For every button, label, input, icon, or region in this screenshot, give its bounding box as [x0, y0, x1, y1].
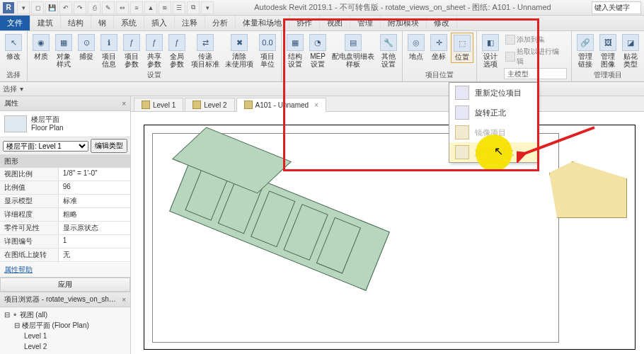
- more-icon[interactable]: ▾: [201, 1, 214, 14]
- manage-links-button[interactable]: 🔗管理 链接: [575, 33, 596, 69]
- rotate-project-icon: [455, 145, 469, 159]
- mep-icon: ◔: [309, 34, 326, 51]
- apply-button[interactable]: 应用: [0, 278, 130, 292]
- location-button[interactable]: ◎地点: [406, 33, 427, 62]
- ribbon-group-design-options: ◧设计 选项 添加到集 拾取以进行编辑 主模型 设计选项: [477, 31, 572, 81]
- properties-header[interactable]: 属性 ×: [0, 96, 130, 111]
- browser-header[interactable]: 项目浏览器 - rotate_views_on_sh… ×: [0, 292, 130, 307]
- manage-images-button[interactable]: 🖼管理 图像: [597, 33, 619, 69]
- transfer-standards-button[interactable]: ⇄传递 项目标准: [189, 33, 222, 69]
- title-bar: R ▾ ◻ 💾 ↶ ↷ ⎙ ✎ ⇔ ≡ ▲ ≋ ☰ ⧉ ▾ Autodesk R…: [0, 0, 644, 16]
- view-tab-level2[interactable]: Level 2: [185, 98, 234, 111]
- close-icon[interactable]: ×: [122, 296, 126, 304]
- ribbon-tabs: 文件 建筑 结构 钢 系统 插入 注释 分析 体量和场地 协作 视图 管理 附加…: [0, 16, 644, 31]
- placed-view-small[interactable]: [549, 161, 627, 218]
- global-params-button[interactable]: ƒ全局 参数: [166, 33, 188, 69]
- close-tab-icon[interactable]: ×: [314, 101, 318, 109]
- design-options-button[interactable]: ◧设计 选项: [480, 33, 501, 69]
- project-params-button[interactable]: ƒ项目 参数: [121, 33, 142, 69]
- position-button[interactable]: ⬚位置: [451, 33, 473, 63]
- links-icon: 🔗: [577, 34, 594, 51]
- tab-view[interactable]: 视图: [320, 16, 350, 30]
- tab-addins[interactable]: 附加模块: [381, 16, 427, 30]
- tab-annotate[interactable]: 注释: [175, 16, 205, 30]
- view-icon: [192, 101, 201, 109]
- print-icon[interactable]: ⎙: [88, 1, 100, 14]
- instance-filter-select[interactable]: 楼层平面: Level 1: [3, 141, 88, 152]
- view-tab-level1[interactable]: Level 1: [134, 98, 183, 111]
- snap-button[interactable]: ⊙捕捉: [76, 33, 97, 62]
- project-browser: 项目浏览器 - rotate_views_on_sh… × ⊟ ⚬ 视图 (al…: [0, 292, 130, 354]
- tab-file[interactable]: 文件: [0, 16, 30, 30]
- location-icon: ◎: [408, 34, 425, 51]
- open-file-icon[interactable]: ◻: [31, 1, 44, 14]
- tab-insert[interactable]: 插入: [144, 16, 175, 30]
- sheet-icon: [244, 101, 253, 109]
- tree-views[interactable]: ⊟ ⚬ 视图 (all): [4, 309, 126, 320]
- add-to-set-button: 添加到集: [504, 34, 567, 45]
- decal-icon: ◪: [622, 34, 639, 51]
- align-icon[interactable]: ⇔: [116, 1, 129, 14]
- open-icon[interactable]: ▾: [17, 1, 30, 14]
- detail-number-value[interactable]: 1: [59, 235, 130, 248]
- mep-settings-button[interactable]: ◔MEP 设置: [307, 33, 328, 69]
- type-selector[interactable]: 楼层平面 Floor Plan: [0, 111, 130, 137]
- object-styles-icon: ▦: [55, 34, 72, 51]
- modify-button[interactable]: ↖ 修改: [3, 33, 24, 62]
- struct-icon: ▦: [287, 34, 304, 51]
- close-hidden-icon[interactable]: ☰: [173, 1, 185, 14]
- dd-relocate-project[interactable]: 重新定位项目: [449, 83, 537, 103]
- project-info-button[interactable]: ℹ项目 信息: [98, 33, 120, 69]
- view-scale-value[interactable]: 1/8" = 1'-0": [59, 168, 130, 181]
- purge-button[interactable]: ✖清除 未使用项: [223, 33, 255, 69]
- view-icon: [142, 101, 150, 109]
- tab-collaborate[interactable]: 协作: [289, 16, 320, 30]
- tree-level1[interactable]: Level 1: [24, 331, 126, 341]
- shared-params-button[interactable]: ƒ共享 参数: [144, 33, 165, 69]
- edit-type-button[interactable]: 编辑类型: [91, 139, 127, 153]
- options-bar-selector[interactable]: 选择: [3, 84, 17, 94]
- view-tab-sheet[interactable]: A101 - Unnamed×: [236, 98, 326, 112]
- object-styles-button[interactable]: ▦对象 样式: [53, 33, 74, 69]
- search-help-input[interactable]: 键入关键字: [592, 1, 641, 14]
- struct-settings-button[interactable]: ▦结构 设置: [284, 33, 306, 69]
- coordinates-button[interactable]: ✛坐标: [428, 33, 449, 62]
- dd-rotate-true-north[interactable]: 旋转正北: [449, 103, 537, 122]
- undo-icon[interactable]: ↶: [59, 1, 72, 14]
- properties-help-link[interactable]: 属性帮助: [0, 263, 130, 277]
- tree-level2[interactable]: Level 2: [24, 341, 126, 352]
- measure-icon[interactable]: ✎: [102, 1, 115, 14]
- tree-floor-plans[interactable]: ⊟ 楼层平面 (Floor Plan): [14, 320, 126, 331]
- materials-button[interactable]: ◉材质: [30, 33, 52, 62]
- other-settings-button[interactable]: 🔧其他 设置: [378, 33, 399, 69]
- tab-architecture[interactable]: 建筑: [30, 16, 61, 30]
- tab-analyze[interactable]: 分析: [205, 16, 236, 30]
- images-icon: 🖼: [599, 34, 616, 51]
- rotation-on-sheet-value[interactable]: 无: [59, 249, 130, 261]
- tab-steel[interactable]: 钢: [91, 16, 114, 30]
- chevron-down-icon[interactable]: ▾: [20, 85, 23, 93]
- tab-modify[interactable]: 修改: [427, 16, 457, 30]
- panel-schedule-button[interactable]: ▤配电盘明细表 样板: [330, 33, 376, 69]
- rotate-north-icon: [455, 105, 469, 120]
- project-units-button[interactable]: 0.0项目 单位: [257, 33, 278, 69]
- wrench-icon: 🔧: [380, 34, 397, 51]
- scale-value[interactable]: 96: [59, 181, 130, 194]
- decal-types-button[interactable]: ◪贴花 类型: [620, 33, 641, 69]
- display-model-value[interactable]: 标准: [59, 195, 130, 207]
- main-model-dropdown[interactable]: 主模型: [504, 68, 567, 79]
- close-icon[interactable]: ×: [122, 100, 126, 108]
- save-icon[interactable]: 💾: [45, 1, 58, 14]
- section-icon[interactable]: ▲: [144, 1, 157, 14]
- tab-massing-site[interactable]: 体量和场地: [236, 16, 289, 30]
- tag-icon[interactable]: ≡: [130, 1, 143, 14]
- detail-level-value[interactable]: 粗略: [59, 208, 130, 221]
- tab-manage[interactable]: 管理: [350, 16, 381, 30]
- parts-visibility-value[interactable]: 显示原状态: [59, 222, 130, 234]
- switch-windows-icon[interactable]: ⧉: [187, 1, 200, 14]
- ribbon-group-select: ↖ 修改 选择: [0, 31, 28, 81]
- tab-structure[interactable]: 结构: [61, 16, 91, 30]
- thin-lines-icon[interactable]: ≋: [159, 1, 171, 14]
- redo-icon[interactable]: ↷: [74, 1, 86, 14]
- tab-systems[interactable]: 系统: [114, 16, 144, 30]
